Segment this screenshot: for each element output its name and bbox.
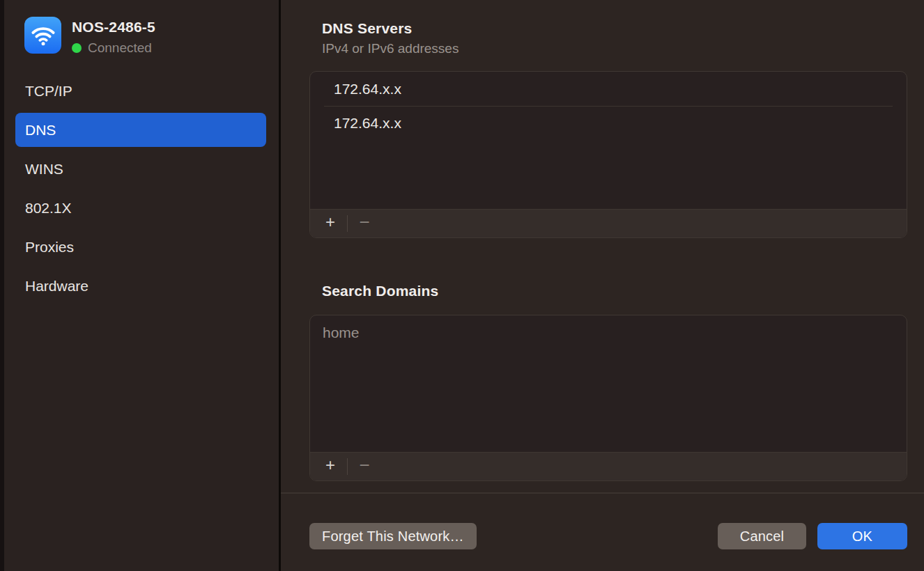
network-status: Connected	[72, 40, 155, 56]
dns-servers-rows: 172.64.x.x 172.64.x.x	[310, 72, 907, 209]
sidebar: NOS-2486-5 Connected TCP/IP DNS WINS 802…	[4, 0, 279, 571]
dns-server-entry[interactable]: 172.64.x.x	[310, 72, 907, 106]
search-domains-rows: home	[310, 315, 907, 452]
add-search-domain-button[interactable]: +	[317, 453, 344, 480]
green-status-dot-icon	[72, 43, 82, 53]
status-label: Connected	[88, 40, 152, 56]
footer-actions: Forget This Network… Cancel OK	[309, 523, 907, 549]
search-domains-title: Search Domains	[322, 283, 907, 299]
sidebar-item-proxies[interactable]: Proxies	[15, 230, 266, 264]
sidebar-item-dns[interactable]: DNS	[15, 113, 266, 147]
network-header: NOS-2486-5 Connected	[24, 17, 266, 56]
search-domains-list: home + −	[309, 315, 907, 481]
remove-dns-server-button[interactable]: −	[351, 210, 378, 237]
sidebar-item-hardware[interactable]: Hardware	[15, 269, 266, 303]
search-domain-entry[interactable]: home	[310, 316, 907, 350]
add-dns-server-button[interactable]: +	[317, 210, 344, 237]
sidebar-item-wins[interactable]: WINS	[15, 152, 266, 186]
dns-server-entry[interactable]: 172.64.x.x	[310, 107, 907, 140]
remove-search-domain-button[interactable]: −	[351, 453, 378, 480]
network-details-sheet: NOS-2486-5 Connected TCP/IP DNS WINS 802…	[0, 0, 924, 571]
network-name: NOS-2486-5	[72, 19, 155, 36]
toolbar-divider	[347, 215, 348, 232]
sidebar-item-tcpip[interactable]: TCP/IP	[15, 74, 266, 108]
wifi-icon	[24, 17, 61, 54]
sidebar-item-8021x[interactable]: 802.1X	[15, 191, 266, 225]
dns-servers-list: 172.64.x.x 172.64.x.x + −	[309, 71, 907, 238]
footer-divider	[281, 492, 924, 494]
dns-servers-toolbar: + −	[310, 209, 907, 237]
cancel-button[interactable]: Cancel	[718, 523, 806, 549]
dns-servers-subtitle: IPv4 or IPv6 addresses	[322, 41, 907, 56]
dns-servers-title: DNS Servers	[322, 20, 907, 37]
ok-button[interactable]: OK	[817, 523, 907, 549]
search-domains-toolbar: + −	[310, 452, 907, 480]
dns-settings-pane: DNS Servers IPv4 or IPv6 addresses 172.6…	[281, 0, 924, 571]
toolbar-divider	[347, 458, 348, 475]
network-meta: NOS-2486-5 Connected	[72, 17, 155, 56]
forget-network-button[interactable]: Forget This Network…	[309, 523, 477, 549]
